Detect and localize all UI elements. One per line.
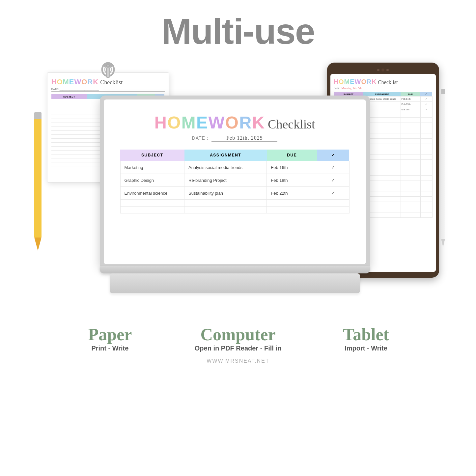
cell-due: Feb 16th (267, 161, 317, 174)
table-row: Marketing Analysis social media trends F… (120, 161, 349, 174)
laptop-letter-R: R (239, 113, 252, 132)
cell-due (267, 207, 317, 213)
laptop-table: SUBJECT ASSIGNMENT DUE ✓ Marketing Analy… (120, 150, 350, 213)
cell-check (317, 200, 349, 207)
paper-checklist-text: Checklist (100, 79, 123, 86)
laptop-letter-W: W (208, 113, 224, 132)
tb-letter-K: K (372, 78, 376, 86)
cell-check: ✓ (317, 161, 349, 174)
cell-check (317, 207, 349, 213)
tb-cell-due: Feb 15th (401, 102, 420, 107)
letter-K: K (93, 78, 98, 86)
laptop-letter-K: K (252, 113, 265, 132)
cell-check: ✓ (317, 187, 349, 200)
tb-cell-check: ✓ (420, 97, 432, 102)
bottom-labels: Paper Print - Write Computer Open in PDF… (41, 326, 436, 352)
letter-M: M (63, 78, 69, 86)
cell-check: ✓ (317, 174, 349, 187)
letter-E: E (69, 78, 74, 86)
tablet-th-due: DUE (401, 92, 420, 97)
tb-letter-M: M (344, 78, 350, 86)
cell-assignment (184, 200, 267, 207)
paper-label-sub: Print - Write (47, 345, 173, 352)
paper-hw-title: H O M E W O R K Checklist (51, 78, 165, 86)
cell-subject (120, 207, 184, 213)
laptop-hw-title: H O M E W O R K Checklist (120, 113, 350, 132)
paper-label-title: Paper (47, 326, 173, 343)
laptop-th-subject: SUBJECT (120, 150, 184, 161)
tablet-dot (377, 69, 379, 71)
tablet-pencil (441, 89, 445, 254)
laptop-screen-outer: H O M E W O R K Checklist DATE : Feb 12t… (100, 96, 370, 267)
cell-subject: Graphic Design (120, 174, 184, 187)
paper-date-line: DATE: ___________________________ (51, 88, 165, 92)
bottom-computer: Computer Open in PDF Reader - Fill in (175, 326, 301, 352)
laptop-letter-E: E (196, 113, 208, 132)
laptop-letter-O: O (167, 113, 181, 132)
letter-H: H (51, 78, 57, 86)
svg-point-4 (107, 66, 109, 67)
tablet-hw-title: H O M E W O R K Checklist (334, 78, 433, 86)
devices-area: H O M E W O R K Checklist DATE: ________… (41, 56, 436, 320)
laptop-keyboard (110, 273, 360, 293)
laptop-device: H O M E W O R K Checklist DATE : Feb 12t… (100, 96, 370, 293)
clip-icon (100, 60, 116, 77)
cell-assignment (184, 207, 267, 213)
page-title: Multi-use (161, 13, 315, 49)
cell-due (267, 200, 317, 207)
laptop-checklist-text: Checklist (268, 117, 315, 131)
laptop-letter-O2: O (225, 113, 238, 132)
laptop-base (100, 266, 370, 273)
laptop-letter-H: H (154, 113, 167, 132)
cell-assignment: Sustainability plan (184, 187, 267, 200)
website-footer: WWW.MRSNEAT.NET (207, 358, 269, 364)
tb-cell-due: Mar 7th (401, 107, 420, 112)
letter-O: O (57, 78, 62, 86)
tablet-camera-dot (381, 69, 384, 71)
table-row (120, 200, 349, 207)
tablet-camera-bar (330, 69, 436, 71)
table-row (120, 207, 349, 213)
tablet-checklist-text: Checklist (378, 79, 398, 85)
laptop-th-due: DUE (267, 150, 317, 161)
cell-subject: Environmental science (120, 187, 184, 200)
paper-hw-letters: H O M E W O R K (51, 78, 98, 86)
tablet-label-sub: Import - Write (303, 345, 429, 352)
tb-letter-O2: O (361, 78, 366, 86)
laptop-date-value: Feb 12th, 2025 (211, 135, 277, 142)
paper-th-subject: SUBJECT (51, 94, 87, 99)
pencil-icon (34, 112, 42, 251)
tablet-hw-letters: H O M E W O R K (334, 78, 377, 86)
tb-letter-R: R (367, 78, 371, 86)
computer-label-sub: Open in PDF Reader - Fill in (175, 345, 301, 352)
cell-subject (120, 200, 184, 207)
bottom-tablet: Tablet Import - Write (303, 326, 429, 352)
cell-due: Feb 18th (267, 174, 317, 187)
bottom-paper: Paper Print - Write (47, 326, 173, 352)
svg-rect-2 (106, 68, 110, 77)
tb-letter-O: O (339, 78, 344, 86)
tb-cell-due: Feb 11th (401, 97, 420, 102)
laptop-letter-M: M (181, 113, 195, 132)
table-row: Environmental science Sustainability pla… (120, 187, 349, 200)
tb-cell-check: ✓ (420, 102, 432, 107)
laptop-date-line: DATE : Feb 12th, 2025 (120, 135, 350, 142)
tablet-dot2 (386, 69, 389, 71)
tb-cell-check: ✓ (420, 107, 432, 112)
letter-R: R (87, 78, 93, 86)
laptop-th-check: ✓ (317, 150, 349, 161)
tb-letter-W: W (355, 78, 361, 86)
laptop-screen-inner: H O M E W O R K Checklist DATE : Feb 12t… (104, 99, 366, 264)
cell-due: Feb 22th (267, 187, 317, 200)
tablet-th-check: ✓ (420, 92, 432, 97)
tablet-label-title: Tablet (303, 326, 429, 343)
cell-assignment: Re-branding Project (184, 174, 267, 187)
cell-assignment: Analysis social media trends (184, 161, 267, 174)
letter-W: W (74, 78, 81, 86)
laptop-th-assignment: ASSIGNMENT (184, 150, 267, 161)
tablet-date-value: Monday, Feb 5th (342, 87, 362, 90)
tb-letter-E: E (350, 78, 354, 86)
computer-label-title: Computer (175, 326, 301, 343)
laptop-hw-letters: H O M E W O R K (154, 113, 265, 132)
cell-subject: Marketing (120, 161, 184, 174)
